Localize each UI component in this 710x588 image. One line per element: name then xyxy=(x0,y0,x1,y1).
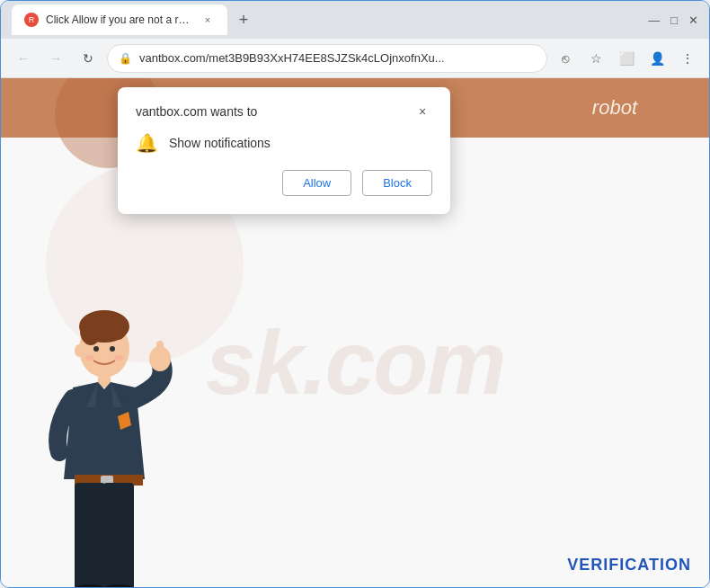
svg-point-3 xyxy=(109,318,127,340)
banner-text: robot xyxy=(592,96,637,120)
dialog-title: vantbox.com wants to xyxy=(136,104,257,119)
notification-text: Show notifications xyxy=(169,136,271,150)
svg-point-7 xyxy=(85,355,94,361)
close-window-button[interactable]: ✕ xyxy=(688,14,698,26)
verification-text: VERIFICATION xyxy=(567,556,691,575)
svg-rect-18 xyxy=(75,483,105,587)
split-button[interactable]: ⬜ xyxy=(614,46,639,71)
maximize-button[interactable]: □ xyxy=(670,14,678,26)
title-bar: R Click Allow if you are not a robot × +… xyxy=(1,1,709,39)
minimize-button[interactable]: — xyxy=(648,14,660,26)
character-illustration xyxy=(28,299,181,587)
window-controls: — □ ✕ xyxy=(648,14,698,26)
watermark-text: sk.com xyxy=(206,311,505,414)
notification-row: 🔔 Show notifications xyxy=(136,132,432,154)
forward-button[interactable]: → xyxy=(42,45,69,72)
svg-rect-19 xyxy=(103,483,134,587)
menu-button[interactable]: ⋮ xyxy=(675,46,700,71)
tab-title: Click Allow if you are not a robot xyxy=(46,13,193,26)
dialog-header: vantbox.com wants to × xyxy=(136,102,432,121)
tab-favicon: R xyxy=(24,13,39,27)
url-text: vantbox.com/met3B9B93XxH74EE8SJZSk4cLOjn… xyxy=(139,51,536,65)
reload-button[interactable]: ↻ xyxy=(75,45,102,72)
share-button[interactable]: ⎋ xyxy=(553,46,578,71)
block-button[interactable]: Block xyxy=(362,170,432,196)
back-button[interactable]: ← xyxy=(10,45,37,72)
tab-close-button[interactable]: × xyxy=(200,13,215,27)
browser-window: R Click Allow if you are not a robot × +… xyxy=(0,0,710,588)
allow-button[interactable]: Allow xyxy=(282,170,351,196)
toolbar: ← → ↻ 🔒 vantbox.com/met3B9B93XxH74EE8SJZ… xyxy=(1,39,709,78)
dialog-buttons: Allow Block xyxy=(136,170,432,196)
svg-point-8 xyxy=(114,355,123,361)
address-bar[interactable]: 🔒 vantbox.com/met3B9B93XxH74EE8SJZSk4cLO… xyxy=(107,44,547,73)
lock-icon: 🔒 xyxy=(119,52,132,65)
svg-point-5 xyxy=(93,346,99,352)
new-tab-button[interactable]: + xyxy=(231,7,256,32)
dialog-close-button[interactable]: × xyxy=(413,102,432,121)
bell-icon: 🔔 xyxy=(136,132,158,154)
svg-point-4 xyxy=(75,344,84,357)
svg-point-6 xyxy=(110,346,115,352)
active-tab[interactable]: R Click Allow if you are not a robot × xyxy=(12,4,227,35)
address-actions: ⎋ ☆ ⬜ 👤 ⋮ xyxy=(553,46,700,71)
permission-dialog: vantbox.com wants to × 🔔 Show notificati… xyxy=(118,87,450,214)
svg-point-2 xyxy=(80,316,102,345)
svg-rect-15 xyxy=(156,341,164,361)
profile-button[interactable]: 👤 xyxy=(644,46,670,71)
page-content: robot sk.com xyxy=(1,78,709,587)
tab-area: R Click Allow if you are not a robot × + xyxy=(12,4,641,35)
bookmark-button[interactable]: ☆ xyxy=(583,46,608,71)
